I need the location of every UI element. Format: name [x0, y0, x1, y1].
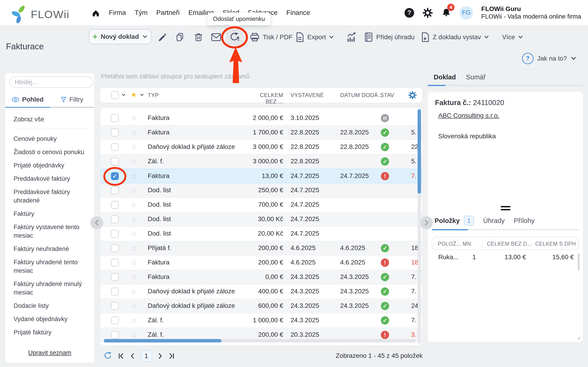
table-row[interactable]: ☆Zál. f.3 000,00 €22.8.2025✓5. [100, 154, 422, 169]
select-all-checkbox[interactable] [111, 91, 119, 99]
row-star-icon[interactable]: ☆ [131, 331, 137, 339]
column-header-issued[interactable]: VYSTAVENÉ [291, 92, 324, 98]
sidebar-item[interactable]: Preddavkové faktúry uhradené [14, 188, 87, 205]
sidebar-item[interactable]: Faktúry vystavené tento mesiac [14, 223, 87, 240]
items-scrollbar[interactable] [578, 253, 580, 270]
vertical-scrollbar[interactable] [418, 109, 421, 344]
table-row[interactable]: ☆Faktura200,00 €4.6.20254.6.2025!18 [100, 256, 422, 270]
resize-grip-icon[interactable] [575, 334, 581, 340]
table-row[interactable]: ☆Faktura0,00 €24.3.202524.3.2025✓7. [100, 270, 422, 284]
row-checkbox[interactable] [111, 158, 119, 165]
row-checkbox[interactable] [111, 129, 119, 136]
table-row[interactable]: ☆Zál. f.1 000,00 €24.3.2025✓7. [100, 313, 422, 328]
row-star-icon[interactable]: ☆ [131, 143, 137, 151]
search-input[interactable] [9, 76, 93, 88]
help-icon[interactable]: ? [405, 8, 414, 18]
last-page-button[interactable] [169, 353, 174, 359]
edit-list-link[interactable]: Upravit seznam [5, 349, 94, 357]
more-button[interactable]: Více [502, 29, 523, 45]
send-reminder-button[interactable]: ! [229, 29, 240, 45]
table-row[interactable]: ☆Dod. list30,00 Kč24.7.2025 [100, 212, 422, 227]
row-checkbox[interactable] [111, 259, 119, 267]
tab-polozky[interactable]: Položky [435, 217, 460, 225]
sidebar-item[interactable]: Vydané objednávky [14, 315, 87, 323]
refresh-button[interactable] [103, 352, 112, 360]
row-star-icon[interactable]: ☆ [131, 302, 137, 310]
sidebar-item[interactable]: Prijaté faktúry [14, 328, 87, 337]
tab-filtry[interactable]: Filtry [50, 96, 95, 108]
star-menu-chevron-icon[interactable] [140, 93, 144, 97]
row-checkbox[interactable] [111, 317, 119, 324]
sidebar-item[interactable]: Faktúry [14, 210, 87, 218]
row-checkbox[interactable] [111, 331, 119, 339]
table-row[interactable]: ☆Přijatá f.200,00 €4.6.20254.6.2025✓18 [100, 241, 422, 256]
sidebar-item[interactable]: Faktúry uhradené tento mesiac [14, 258, 87, 275]
table-row[interactable]: ☆Faktura2 000,00 €3.10.2025 [100, 111, 422, 125]
tab-uhrady[interactable]: Úhrady [483, 217, 505, 225]
checkbox-menu-chevron-icon[interactable] [121, 93, 126, 97]
column-header-typ[interactable]: TYP [148, 92, 159, 98]
column-header-total[interactable]: CELKEM BEZ ... [247, 92, 283, 105]
collapse-detail-button[interactable] [420, 216, 433, 229]
user-block[interactable]: FLOWii Guru FLOWii - Vaša moderná online… [481, 5, 581, 21]
panel-resize-handle[interactable] [501, 206, 510, 212]
row-star-icon[interactable]: ☆ [131, 288, 137, 295]
table-row[interactable]: ☆Dod. list20,00 Kč24.7.2025 [100, 227, 422, 241]
row-star-icon[interactable]: ☆ [131, 158, 137, 165]
table-row[interactable]: ☆Faktura1 700,00 €22.8.202522.8.2025✓5. [100, 125, 422, 140]
horizontal-scrollbar-thumb[interactable] [104, 339, 221, 342]
star-filter-icon[interactable]: ★ [131, 91, 137, 99]
avatar[interactable]: FG [460, 6, 473, 19]
row-star-icon[interactable]: ☆ [131, 186, 137, 194]
column-header-status[interactable]: STAV [380, 92, 394, 98]
print-pdf-button[interactable]: Tisk / PDF [250, 29, 293, 45]
how-to-button[interactable]: ? Jak na to? [522, 53, 577, 64]
nav-item-partneři[interactable]: Partneři [156, 9, 180, 17]
vertical-scrollbar-thumb[interactable] [418, 109, 421, 194]
gear-icon[interactable] [422, 8, 433, 18]
next-page-button[interactable] [158, 353, 163, 359]
tab-prilohy[interactable]: Přílohy [514, 217, 535, 225]
add-payment-button[interactable]: Přidej úhradu [364, 29, 415, 45]
row-checkbox[interactable] [111, 143, 119, 151]
row-checkbox[interactable] [111, 288, 119, 295]
row-star-icon[interactable]: ☆ [131, 259, 137, 267]
row-checkbox[interactable] [111, 230, 119, 238]
copy-button[interactable] [175, 29, 186, 45]
flowii-logo[interactable]: FLOWii [11, 5, 69, 23]
row-star-icon[interactable]: ☆ [131, 215, 137, 223]
sidebar-item-show-all[interactable]: Zobraz vše [14, 115, 87, 124]
column-header-delivery[interactable]: DATUM DODÁ... [340, 92, 383, 98]
table-row[interactable]: ☆Daňový doklad k přijaté záloze600,00 €2… [100, 299, 422, 313]
row-star-icon[interactable]: ☆ [131, 273, 137, 281]
row-star-icon[interactable]: ☆ [131, 317, 137, 324]
table-row[interactable]: ✓☆Faktura13,00 €24.7.202524.7.2025!7. [100, 169, 422, 183]
notifications-bell[interactable]: 4 [441, 7, 451, 18]
collapse-sidebar-button[interactable] [90, 216, 103, 229]
table-row[interactable]: ☆Dod. list700,00 €24.7.2025 [100, 198, 422, 212]
issue-from-document-button[interactable]: Z dokladu vystav [420, 29, 489, 45]
nav-item-tým[interactable]: Tým [135, 9, 147, 17]
statistics-button[interactable] [346, 29, 356, 45]
row-checkbox[interactable] [111, 273, 119, 281]
tab-sumar[interactable]: Sumář [466, 73, 485, 81]
tab-pohled[interactable]: Pohled [5, 96, 50, 108]
nav-item-firma[interactable]: Firma [109, 9, 126, 17]
row-checkbox[interactable] [111, 244, 119, 252]
row-checkbox[interactable] [111, 201, 119, 209]
send-email-button[interactable] [211, 29, 221, 45]
delete-button[interactable] [193, 29, 204, 45]
table-row[interactable]: ☆Daňový doklad k přijaté záloze400,00 €2… [100, 284, 422, 299]
row-checkbox[interactable] [111, 114, 119, 122]
tab-doklad[interactable]: Doklad [434, 73, 456, 81]
new-document-button[interactable]: + Nový doklad [89, 29, 151, 44]
sidebar-item[interactable]: Cenové ponuky [14, 135, 87, 143]
row-checkbox[interactable] [111, 186, 119, 194]
sidebar-item[interactable]: Faktúry neuhradené [14, 245, 87, 253]
row-checkbox[interactable] [111, 215, 119, 223]
sidebar-item[interactable]: Prijaté objednávky [14, 161, 87, 170]
home-icon[interactable] [91, 9, 100, 17]
row-star-icon[interactable]: ☆ [131, 129, 137, 136]
row-checkbox[interactable]: ✓ [111, 172, 119, 180]
previous-page-button[interactable] [130, 353, 135, 359]
